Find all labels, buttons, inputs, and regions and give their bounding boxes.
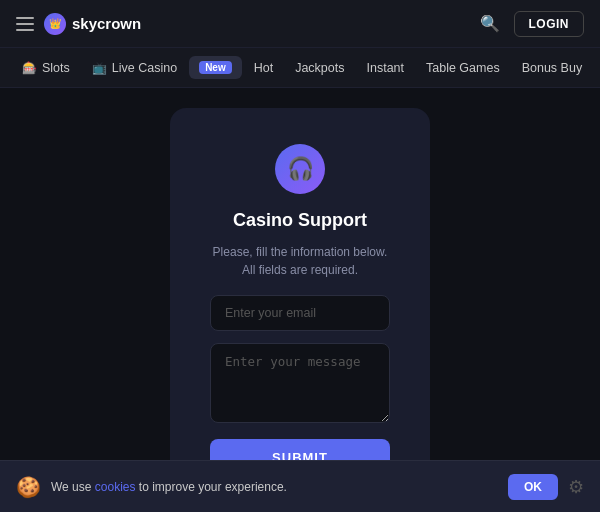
footer-icon: ⚙ <box>568 476 584 498</box>
menu-icon[interactable] <box>16 17 34 31</box>
nav-item-drops-wins[interactable]: Drops & Wins <box>594 56 600 80</box>
nav-label-live-casino: Live Casino <box>112 61 177 75</box>
login-button[interactable]: LOGIN <box>514 11 585 37</box>
header-left: 👑 skycrown <box>16 13 141 35</box>
slots-icon: 🎰 <box>22 61 37 75</box>
nav-item-instant[interactable]: Instant <box>356 56 414 80</box>
logo[interactable]: 👑 skycrown <box>44 13 141 35</box>
nav-label-jackpots: Jackpots <box>295 61 344 75</box>
support-title: Casino Support <box>233 210 367 231</box>
nav-item-bonus-buy[interactable]: Bonus Buy <box>512 56 592 80</box>
logo-icon: 👑 <box>44 13 66 35</box>
nav-item-new[interactable]: New <box>189 56 242 79</box>
main-content: 🎧 Casino Support Please, fill the inform… <box>0 88 600 512</box>
new-badge: New <box>199 61 232 74</box>
email-input[interactable] <box>210 295 390 331</box>
nav-item-live-casino[interactable]: 📺 Live Casino <box>82 56 187 80</box>
logo-text: skycrown <box>72 15 141 32</box>
header: 👑 skycrown 🔍 LOGIN <box>0 0 600 48</box>
nav-item-hot[interactable]: Hot <box>244 56 283 80</box>
search-icon[interactable]: 🔍 <box>476 10 504 37</box>
cookie-banner: 🍪 We use cookies to improve your experie… <box>0 460 600 512</box>
nav-item-table-games[interactable]: Table Games <box>416 56 510 80</box>
nav-label-bonus-buy: Bonus Buy <box>522 61 582 75</box>
nav-label-hot: Hot <box>254 61 273 75</box>
header-right: 🔍 LOGIN <box>476 10 585 37</box>
nav-label-slots: Slots <box>42 61 70 75</box>
nav-label-instant: Instant <box>366 61 404 75</box>
nav-item-jackpots[interactable]: Jackpots <box>285 56 354 80</box>
message-input[interactable] <box>210 343 390 423</box>
nav-bar: 🎰 Slots 📺 Live Casino New Hot Jackpots I… <box>0 48 600 88</box>
support-subtitle: Please, fill the information below. All … <box>210 243 390 279</box>
nav-item-slots[interactable]: 🎰 Slots <box>12 56 80 80</box>
cookie-text: We use cookies to improve your experienc… <box>51 480 498 494</box>
cookie-link[interactable]: cookies <box>95 480 136 494</box>
nav-label-table-games: Table Games <box>426 61 500 75</box>
live-casino-icon: 📺 <box>92 61 107 75</box>
support-card: 🎧 Casino Support Please, fill the inform… <box>170 108 430 508</box>
cookie-ok-button[interactable]: OK <box>508 474 558 500</box>
support-icon: 🎧 <box>275 144 325 194</box>
cookie-icon: 🍪 <box>16 475 41 499</box>
